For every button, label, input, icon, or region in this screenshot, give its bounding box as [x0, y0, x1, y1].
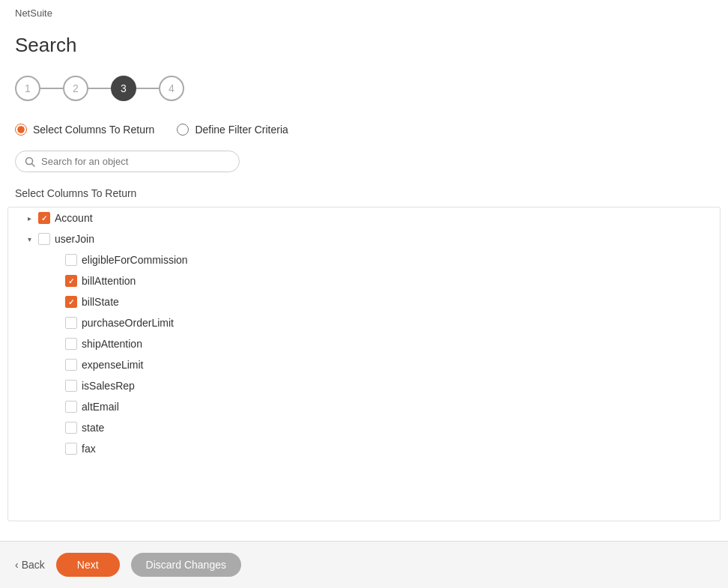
step-3[interactable]: 3: [111, 76, 136, 101]
step-connector-3-4: [136, 88, 159, 89]
list-item[interactable]: ▸ expenseLimit: [16, 354, 712, 375]
breadcrumb-netsuite-link[interactable]: NetSuite: [15, 7, 52, 19]
list-item[interactable]: ▸ eligibleForCommission: [16, 249, 712, 270]
list-item[interactable]: ▸ state: [16, 417, 712, 438]
list-item[interactable]: ▸ altEmail: [16, 396, 712, 417]
search-container: [0, 147, 728, 184]
list-item[interactable]: ▾ userJoin: [16, 228, 712, 249]
step-connector-1-2: [40, 88, 63, 89]
step-4-label: 4: [169, 82, 175, 94]
page-header: Search: [0, 26, 728, 68]
step-3-label: 3: [121, 82, 127, 94]
radio-define-filter-input[interactable]: [177, 124, 189, 136]
step-2-label: 2: [73, 82, 79, 94]
stepper: 1 2 3 4: [0, 68, 728, 116]
item-label-issalesrep: isSalesRep: [80, 380, 135, 392]
checkbox-state[interactable]: [65, 422, 77, 434]
list-item[interactable]: ▸ billAttention: [16, 270, 712, 291]
svg-line-1: [32, 163, 35, 166]
step-4[interactable]: 4: [159, 76, 184, 101]
step-2[interactable]: 2: [63, 76, 88, 101]
item-label-billstate: billState: [80, 296, 119, 308]
radio-define-filter-label: Define Filter Criteria: [195, 124, 288, 136]
checkbox-billattention[interactable]: [65, 275, 77, 287]
item-label-shipattention: shipAttention: [80, 338, 142, 350]
item-label-account: Account: [53, 212, 93, 224]
list-item[interactable]: ▸ shipAttention: [16, 333, 712, 354]
item-label-purchaseorderlimit: purchaseOrderLimit: [80, 317, 174, 329]
radio-group: Select Columns To Return Define Filter C…: [0, 116, 728, 147]
search-input[interactable]: [41, 156, 230, 167]
item-label-altemail: altEmail: [80, 401, 119, 413]
radio-define-filter[interactable]: Define Filter Criteria: [177, 124, 288, 136]
toggle-icon-userjoin[interactable]: ▾: [23, 233, 35, 245]
step-connector-2-3: [88, 88, 111, 89]
breadcrumb: NetSuite: [0, 0, 728, 26]
search-wrapper: [15, 151, 240, 172]
section-label: Select Columns To Return: [0, 184, 728, 207]
item-label-eligible: eligibleForCommission: [80, 254, 188, 266]
item-label-state: state: [80, 422, 104, 434]
item-label-userjoin: userJoin: [53, 233, 94, 245]
item-label-fax: fax: [80, 443, 96, 455]
radio-select-columns-input[interactable]: [15, 124, 27, 136]
list-item[interactable]: ▸ isSalesRep: [16, 375, 712, 396]
checkbox-billstate[interactable]: [65, 296, 77, 308]
checkbox-purchaseorderlimit[interactable]: [65, 317, 77, 329]
checkbox-fax[interactable]: [65, 443, 77, 455]
checkbox-altemail[interactable]: [65, 401, 77, 413]
checkbox-userjoin[interactable]: [38, 233, 50, 245]
list-item[interactable]: ▸ billState: [16, 291, 712, 312]
checkbox-shipattention[interactable]: [65, 338, 77, 350]
checkbox-eligible[interactable]: [65, 254, 77, 266]
item-label-expenselimit: expenseLimit: [80, 359, 144, 371]
step-1[interactable]: 1: [15, 76, 40, 101]
checkbox-account[interactable]: [38, 212, 50, 224]
page-title: Search: [15, 34, 713, 57]
list-item[interactable]: ▸ fax: [16, 438, 712, 459]
checkbox-issalesrep[interactable]: [65, 380, 77, 392]
checkbox-expenselimit[interactable]: [65, 359, 77, 371]
radio-select-columns[interactable]: Select Columns To Return: [15, 124, 154, 136]
item-label-billattention: billAttention: [80, 275, 136, 287]
toggle-icon-account[interactable]: ▸: [23, 212, 35, 224]
search-icon: [25, 157, 35, 167]
step-1-label: 1: [25, 82, 31, 94]
tree-container: ▸ Account ▾ userJoin ▸ eligibleForCommis…: [7, 207, 721, 521]
list-item[interactable]: ▸ Account: [16, 207, 712, 228]
list-item[interactable]: ▸ purchaseOrderLimit: [16, 312, 712, 333]
radio-select-columns-label: Select Columns To Return: [33, 124, 154, 136]
